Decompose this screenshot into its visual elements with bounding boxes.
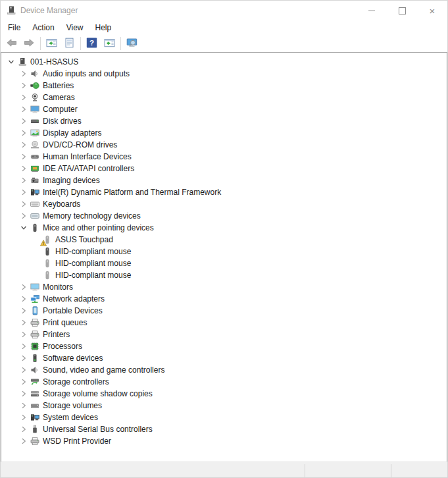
mouse-icon (42, 247, 53, 256)
tree-item-monitors[interactable]: Monitors (1, 281, 447, 293)
tree-item-label: Memory technology devices (43, 211, 141, 221)
network-adapter-icon (30, 294, 40, 304)
svg-text:?: ? (89, 39, 94, 47)
tree-item-memory-technology-devices[interactable]: Memory technology devices (1, 210, 447, 222)
chevron-right-icon[interactable] (18, 211, 30, 221)
chevron-placeholder (30, 247, 42, 256)
tree-item-hid-compliant-mouse[interactable]: HID-compliant mouse (1, 269, 447, 281)
tree-item-storage-controllers[interactable]: Storage controllers (1, 376, 447, 388)
tree-item-mice-and-other-pointing-devices[interactable]: Mice and other pointing devices (1, 222, 447, 234)
tree-item-cameras[interactable]: Cameras (1, 92, 447, 103)
menu-action[interactable]: Action (26, 21, 60, 34)
tree-item-wsd-print-provider[interactable]: WSD Print Provider (1, 435, 447, 447)
tree-item-intel-r-dynamic-platform-and-thermal-framework[interactable]: Intel(R) Dynamic Platform and Thermal Fr… (1, 186, 447, 198)
tree-item-display-adapters[interactable]: Display adapters (1, 127, 447, 139)
tree-item-network-adapters[interactable]: Network adapters (1, 293, 447, 305)
tree-item-dvd-cd-rom-drives[interactable]: DVD/CD-ROM drives (1, 139, 447, 151)
chevron-right-icon[interactable] (18, 365, 30, 375)
chevron-right-icon[interactable] (18, 93, 30, 102)
show-action-pane-button[interactable] (101, 36, 118, 51)
menu-view[interactable]: View (61, 21, 89, 34)
tree-item-disk-drives[interactable]: Disk drives (1, 115, 447, 127)
show-console-tree-button[interactable] (43, 36, 61, 51)
menu-file[interactable]: File (2, 21, 26, 34)
tree-item-asus-touchpad[interactable]: ASUS Touchpad (1, 234, 447, 246)
tree-item-computer[interactable]: Computer (1, 103, 447, 115)
portable-device-icon (30, 306, 40, 315)
tree-item-audio-inputs-and-outputs[interactable]: Audio inputs and outputs (1, 68, 447, 80)
minimize-button[interactable] (357, 1, 387, 20)
chevron-right-icon[interactable] (18, 318, 30, 327)
tree-item-label: Storage volumes (43, 401, 102, 410)
properties-button[interactable] (61, 36, 78, 51)
close-button[interactable]: × (417, 1, 447, 20)
chevron-right-icon[interactable] (18, 425, 30, 434)
tree-item-hid-compliant-mouse[interactable]: HID-compliant mouse (1, 257, 447, 269)
chevron-right-icon[interactable] (18, 69, 30, 78)
tree-item-processors[interactable]: Processors (1, 340, 447, 352)
chevron-right-icon[interactable] (18, 437, 30, 446)
tree-item-label: Disk drives (43, 117, 82, 126)
chevron-down-icon[interactable] (5, 57, 17, 66)
device-tree[interactable]: 001-HSASUSAudio inputs and outputsBatter… (1, 52, 447, 463)
tree-item-storage-volumes[interactable]: Storage volumes (1, 400, 447, 412)
device-manager-icon (6, 5, 16, 16)
chevron-right-icon[interactable] (18, 152, 30, 161)
tree-item-universal-serial-bus-controllers[interactable]: Universal Serial Bus controllers (1, 423, 447, 435)
chevron-right-icon[interactable] (18, 105, 30, 114)
tree-item-storage-volume-shadow-copies[interactable]: Storage volume shadow copies (1, 388, 447, 400)
chevron-right-icon[interactable] (18, 401, 30, 410)
action-pane-icon (104, 38, 115, 50)
computer-monitor-icon (30, 105, 40, 114)
chevron-right-icon[interactable] (18, 176, 30, 185)
tree-item-001-hsasus[interactable]: 001-HSASUS (1, 56, 447, 68)
tree-item-label: 001-HSASUS (30, 57, 78, 66)
keyboard-icon (30, 199, 40, 209)
chevron-right-icon[interactable] (18, 377, 30, 386)
tree-item-printers[interactable]: Printers (1, 329, 447, 340)
tree-item-label: Software devices (43, 354, 103, 363)
tree-item-sound-video-and-game-controllers[interactable]: Sound, video and game controllers (1, 364, 447, 376)
chevron-right-icon[interactable] (18, 282, 30, 292)
chevron-right-icon[interactable] (18, 330, 30, 339)
back-button[interactable] (3, 36, 20, 51)
tree-item-label: Mice and other pointing devices (43, 223, 154, 232)
chevron-right-icon[interactable] (18, 188, 30, 197)
maximize-button[interactable] (387, 1, 417, 20)
chevron-right-icon[interactable] (18, 199, 30, 209)
chevron-right-icon[interactable] (18, 81, 30, 90)
tree-item-ide-ata-atapi-controllers[interactable]: IDE ATA/ATAPI controllers (1, 163, 447, 174)
chevron-down-icon[interactable] (18, 223, 30, 232)
chevron-right-icon[interactable] (18, 117, 30, 126)
battery-icon (30, 81, 40, 90)
tree-item-human-interface-devices[interactable]: Human Interface Devices (1, 151, 447, 163)
scan-for-hardware-changes-button[interactable] (123, 36, 141, 51)
chevron-right-icon[interactable] (18, 128, 30, 138)
chevron-right-icon[interactable] (18, 342, 30, 351)
tree-item-hid-compliant-mouse[interactable]: HID-compliant mouse (1, 246, 447, 257)
tree-item-print-queues[interactable]: Print queues (1, 317, 447, 329)
camera-icon (30, 93, 40, 102)
tree-item-label: ASUS Touchpad (55, 235, 113, 244)
toolbar-separator (40, 37, 41, 50)
properties-icon (64, 38, 75, 50)
chevron-right-icon[interactable] (18, 354, 30, 363)
chevron-right-icon[interactable] (18, 413, 30, 422)
help-button[interactable]: ? (83, 36, 101, 51)
tree-item-portable-devices[interactable]: Portable Devices (1, 305, 447, 317)
chevron-right-icon[interactable] (18, 164, 30, 173)
chevron-right-icon[interactable] (18, 140, 30, 149)
system-device-icon (30, 188, 40, 197)
tree-item-label: Batteries (43, 81, 74, 90)
chevron-right-icon[interactable] (18, 306, 30, 315)
forward-button[interactable] (20, 36, 38, 51)
tree-item-keyboards[interactable]: Keyboards (1, 198, 447, 210)
menu-help[interactable]: Help (89, 21, 118, 34)
tree-item-system-devices[interactable]: System devices (1, 412, 447, 423)
toolbar-separator (80, 37, 81, 50)
chevron-right-icon[interactable] (18, 389, 30, 398)
tree-item-software-devices[interactable]: Software devices (1, 352, 447, 364)
tree-item-batteries[interactable]: Batteries (1, 80, 447, 92)
chevron-right-icon[interactable] (18, 294, 30, 304)
tree-item-imaging-devices[interactable]: Imaging devices (1, 174, 447, 186)
